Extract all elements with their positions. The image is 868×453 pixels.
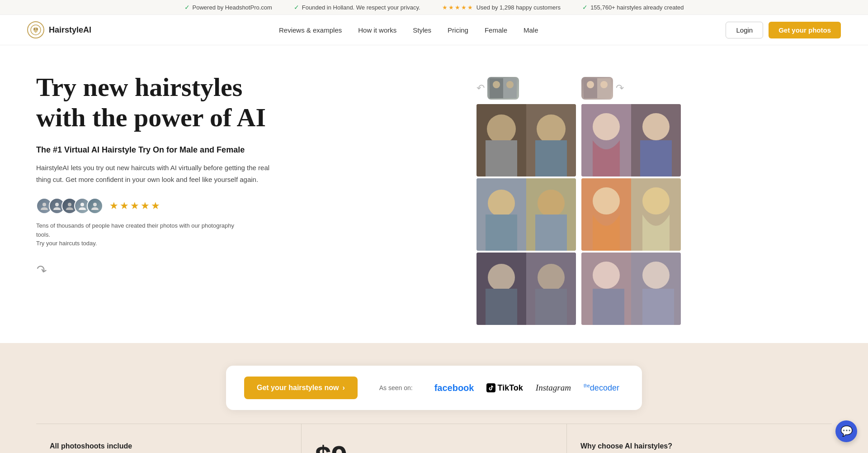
tiktok-logo: TikTok	[486, 383, 523, 393]
nav-reviews[interactable]: Reviews & examples	[279, 26, 342, 34]
logo[interactable]: HairstyleAI	[27, 21, 91, 38]
get-hairstyles-button[interactable]: Get your hairstyles now ›	[244, 377, 358, 399]
svg-point-29	[538, 264, 565, 291]
topbar-item-1: ✓ Powered by HeadshotPro.com	[184, 4, 272, 11]
female-photo-col: ↷	[581, 77, 681, 325]
svg-point-46	[593, 262, 620, 289]
arrow-curved-left: ↶	[476, 82, 485, 94]
star-2: ★	[120, 200, 129, 212]
hero-title: Try new hairstyles with the power of AI	[36, 72, 326, 133]
cta-banner: Get your hairstyles now › As seen on: fa…	[0, 343, 868, 424]
female-before-after-thumb: ↷	[581, 77, 681, 100]
topbar-text-3: Used by 1,298 happy customers	[476, 4, 561, 11]
hero-social-proof: ★ ★ ★ ★ ★	[36, 198, 326, 214]
male-photo-col: ↶	[476, 77, 576, 325]
hero-title-line2: with the power of AI	[36, 103, 266, 132]
features-section: All photoshoots include ✓ 30 unique hair…	[0, 424, 868, 453]
svg-point-33	[587, 81, 594, 88]
avatar-group	[36, 198, 103, 214]
navigation: HairstyleAI Reviews & examples How it wo…	[0, 15, 868, 45]
svg-point-1	[34, 29, 35, 30]
nav-styles[interactable]: Styles	[413, 26, 431, 34]
check-icon-4: ✓	[582, 4, 588, 11]
svg-point-38	[642, 113, 670, 140]
nav-male[interactable]: Male	[524, 26, 538, 34]
login-button[interactable]: Login	[726, 22, 763, 38]
hero-left: Try new hairstyles with the power of AI …	[36, 72, 326, 277]
male-photo-1	[476, 104, 576, 176]
chat-icon: 💬	[840, 425, 853, 437]
topbar-item-3: ★★★★★ Used by 1,298 happy customers	[442, 4, 561, 11]
star-1: ★	[109, 200, 118, 212]
hero-section: Try new hairstyles with the power of AI …	[0, 45, 868, 343]
svg-point-48	[642, 262, 670, 289]
photo-grid: ↶	[476, 77, 681, 325]
logo-icon	[27, 21, 44, 38]
check-icon-1: ✓	[184, 4, 190, 11]
arrow-down-icon: ↷	[34, 261, 48, 278]
hero-right: ↶	[326, 72, 832, 325]
female-photo-3	[581, 253, 681, 325]
topbar-text-4: 155,760+ hairstyles already created	[590, 4, 684, 11]
svg-point-7	[93, 203, 97, 206]
svg-point-10	[493, 81, 500, 88]
svg-rect-47	[593, 289, 624, 325]
hero-subtitle: The #1 Virtual AI Hairstyle Try On for M…	[36, 145, 326, 155]
male-photo-3	[476, 253, 576, 325]
nav-pricing[interactable]: Pricing	[448, 26, 468, 34]
svg-point-2	[37, 29, 38, 30]
logo-text: HairstyleAI	[49, 25, 91, 35]
nav-female[interactable]: Female	[485, 26, 507, 34]
tiktok-icon	[486, 383, 495, 392]
nav-actions: Login Get your photos	[726, 22, 841, 38]
hero-description: HairstyleAI lets you try out new haircut…	[36, 162, 271, 185]
svg-point-16	[537, 114, 566, 143]
svg-rect-17	[535, 140, 567, 176]
hero-social-text: Tens of thousands of people have created…	[36, 221, 235, 248]
arrow-curved-right: ↷	[616, 82, 624, 94]
svg-point-23	[538, 190, 565, 217]
feature-col-3: Why choose AI hairstyles? ✓ Indistinguis…	[567, 424, 832, 453]
svg-point-37	[593, 113, 620, 140]
male-photo-2	[476, 178, 576, 251]
topbar-text-2: Founded in Holland. We respect your priv…	[302, 4, 420, 11]
svg-point-43	[642, 187, 670, 215]
female-thumb	[581, 77, 613, 100]
topbar-text-1: Powered by HeadshotPro.com	[193, 4, 272, 11]
check-icon-2: ✓	[294, 4, 299, 11]
female-photo-2	[581, 178, 681, 251]
as-seen-on-label: As seen on:	[379, 384, 413, 391]
feature-title-1: All photoshoots include	[50, 442, 288, 450]
nav-how-it-works[interactable]: How it works	[358, 26, 396, 34]
features-grid: All photoshoots include ✓ 30 unique hair…	[36, 424, 832, 453]
svg-point-34	[600, 81, 608, 88]
price-display: $9	[315, 442, 553, 453]
svg-point-5	[68, 203, 71, 206]
svg-rect-18	[476, 104, 526, 176]
topbar-stars: ★★★★★	[442, 4, 474, 11]
svg-point-11	[506, 81, 514, 88]
topbar-item-4: ✓ 155,760+ hairstyles already created	[582, 4, 684, 11]
avatar-5	[87, 198, 103, 214]
svg-point-4	[55, 203, 59, 206]
brand-logos: facebook TikTok Instagram thedecoder	[434, 383, 619, 393]
hero-title-line1: Try new hairstyles	[36, 72, 242, 102]
svg-point-21	[488, 190, 515, 217]
topbar-item-2: ✓ Founded in Holland. We respect your pr…	[294, 4, 420, 11]
star-5: ★	[151, 200, 160, 212]
male-thumb	[487, 77, 519, 100]
facebook-logo: facebook	[434, 383, 474, 393]
top-bar: ✓ Powered by HeadshotPro.com ✓ Founded i…	[0, 0, 868, 15]
svg-rect-49	[642, 289, 674, 325]
feature-col-1: All photoshoots include ✓ 30 unique hair…	[36, 424, 302, 453]
svg-rect-22	[486, 215, 517, 251]
star-3: ★	[130, 200, 139, 212]
chat-button[interactable]: 💬	[835, 420, 857, 442]
get-photos-button[interactable]: Get your photos	[769, 22, 841, 38]
svg-point-3	[42, 203, 46, 206]
star-4: ★	[141, 200, 150, 212]
female-photo-1	[581, 104, 681, 176]
arrow-right-icon: ›	[342, 384, 344, 392]
svg-point-42	[593, 187, 620, 215]
svg-rect-28	[486, 289, 517, 325]
